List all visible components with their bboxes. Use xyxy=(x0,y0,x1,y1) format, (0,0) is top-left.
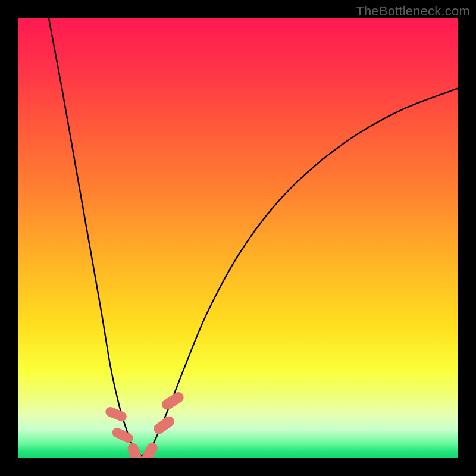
curve-markers xyxy=(104,390,186,458)
plot-area xyxy=(18,18,458,458)
watermark-text: TheBottleneck.com xyxy=(356,4,470,19)
marker-left-lower xyxy=(111,426,134,444)
marker-bottom-right xyxy=(140,441,159,458)
bottleneck-curve-left xyxy=(49,18,141,456)
marker-bottom-left xyxy=(126,441,143,458)
marker-right-lower xyxy=(152,414,177,436)
app-frame: TheBottleneck.com xyxy=(0,0,476,476)
bottleneck-curve-right xyxy=(141,88,458,456)
marker-right-upper xyxy=(160,390,186,412)
marker-left-upper xyxy=(104,406,128,423)
curve-layer xyxy=(18,18,458,458)
